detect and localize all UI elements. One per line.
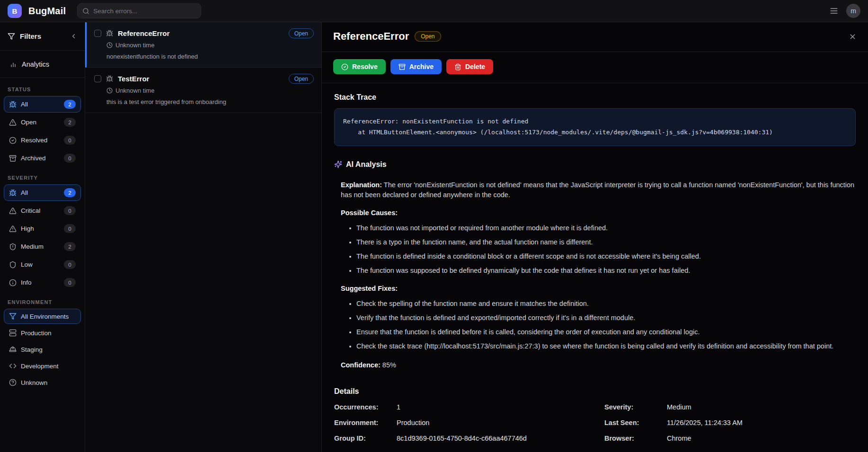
sidebar-item-analytics[interactable]: Analytics <box>0 51 85 78</box>
clock-icon <box>106 42 113 48</box>
ai-cause-item: There is a typo in the function name, an… <box>356 237 856 247</box>
delete-button[interactable]: Delete <box>446 59 493 74</box>
avatar[interactable]: m <box>846 4 860 18</box>
funnel-icon <box>8 33 15 40</box>
severity-info-count: 0 <box>64 278 76 287</box>
archive-button[interactable]: Archive <box>390 59 442 74</box>
info-circle-icon <box>9 279 17 287</box>
sidebar-item-env-staging[interactable]: Staging <box>4 342 81 357</box>
severity-critical-count: 0 <box>64 206 76 215</box>
archive-icon <box>9 155 17 162</box>
env-unknown-label: Unknown <box>21 379 47 386</box>
analytics-label: Analytics <box>22 61 49 68</box>
alert-triangle-icon <box>9 207 17 215</box>
severity-all-count: 2 <box>64 188 76 197</box>
severity-label: Severity: <box>604 403 667 411</box>
help-circle-icon <box>9 379 17 386</box>
env-all-label: All Environments <box>21 313 69 320</box>
ai-fix-item: Verify that the function is defined and … <box>356 313 856 323</box>
ai-cause-item: The function is defined inside a conditi… <box>356 252 856 261</box>
sidebar-item-env-unknown[interactable]: Unknown <box>4 375 81 390</box>
delete-label: Delete <box>465 63 485 70</box>
resolve-label: Resolve <box>352 63 378 70</box>
sidebar-item-severity-high[interactable]: High 0 <box>4 220 81 237</box>
severity-section-label: SEVERITY <box>0 175 85 181</box>
ai-confidence-value: 85% <box>382 361 396 369</box>
severity-high-label: High <box>21 225 34 232</box>
browser-label: Browser: <box>604 435 667 442</box>
sidebar-item-status-open[interactable]: Open 2 <box>4 114 81 130</box>
avatar-letter: m <box>850 7 856 15</box>
sidebar-item-status-resolved[interactable]: Resolved 0 <box>4 132 81 148</box>
sidebar-item-severity-low[interactable]: Low 0 <box>4 256 81 273</box>
detail-row-group-id: Group ID: 8c1d9369-0165-4750-8d4c-c66aa4… <box>334 435 585 442</box>
stack-trace-heading: Stack Trace <box>334 93 856 102</box>
environment-label: Environment: <box>334 419 397 426</box>
error-title: ReferenceError <box>118 29 169 37</box>
severity-critical-label: Critical <box>21 207 40 214</box>
ai-explanation: Explanation: The error 'nonExistentFunct… <box>341 180 856 200</box>
archive-label: Archive <box>409 63 434 70</box>
collapse-sidebar-button[interactable] <box>70 33 77 40</box>
detail-row-severity: Severity: Medium <box>604 403 856 411</box>
detail-row-occurrences: Occurrences: 1 <box>334 403 585 411</box>
alert-triangle-icon <box>9 225 17 233</box>
ai-cause-item: The function was not imported or require… <box>356 223 856 233</box>
sidebar-item-env-development[interactable]: Development <box>4 358 81 374</box>
error-checkbox[interactable] <box>94 75 101 82</box>
env-development-label: Development <box>21 363 59 370</box>
bug-icon <box>106 75 113 82</box>
shield-icon <box>9 261 17 269</box>
last-seen-label: Last Seen: <box>604 419 667 426</box>
archive-icon <box>399 63 406 70</box>
severity-medium-count: 2 <box>64 242 76 251</box>
error-checkbox[interactable] <box>94 30 101 37</box>
status-badge: Open <box>289 74 314 84</box>
ai-causes-list: The function was not imported or require… <box>356 223 856 276</box>
ai-causes-heading: Possible Causes: <box>341 208 856 218</box>
filters-sidebar: Filters Analytics STATUS All 2 Open 2 <box>0 22 85 452</box>
sidebar-item-severity-info[interactable]: Info 0 <box>4 274 81 291</box>
status-archived-count: 0 <box>64 154 76 163</box>
error-title: TestError <box>118 75 149 83</box>
sidebar-item-severity-all[interactable]: All 2 <box>4 184 81 201</box>
ai-fix-item: Ensure that the function is defined befo… <box>356 327 856 337</box>
hard-hat-icon <box>9 346 17 353</box>
menu-icon[interactable] <box>829 6 839 16</box>
sidebar-item-status-all[interactable]: All 2 <box>4 96 81 113</box>
ai-explanation-text: The error 'nonExistentFunction is not de… <box>341 181 854 199</box>
status-resolved-count: 0 <box>64 136 76 145</box>
ai-confidence: Confidence: 85% <box>341 360 856 370</box>
ai-fix-item: Check the spelling of the function name … <box>356 299 856 309</box>
status-badge: Open <box>289 28 314 38</box>
error-list-item-referenceerror[interactable]: ReferenceError Open Unknown time nonexis… <box>85 22 321 68</box>
sidebar-item-env-all[interactable]: All Environments <box>4 309 81 324</box>
severity-high-count: 0 <box>64 224 76 233</box>
alert-triangle-icon <box>9 119 17 126</box>
status-archived-label: Archived <box>21 155 46 162</box>
sidebar-item-env-production[interactable]: Production <box>4 325 81 340</box>
error-list: ReferenceError Open Unknown time nonexis… <box>85 22 322 452</box>
trash-icon <box>454 63 461 70</box>
sidebar-item-severity-critical[interactable]: Critical 0 <box>4 202 81 219</box>
severity-info-label: Info <box>21 279 32 286</box>
status-all-label: All <box>21 101 28 108</box>
sparkles-icon <box>334 160 342 168</box>
detail-status-badge: Open <box>415 31 441 42</box>
sidebar-item-severity-medium[interactable]: Medium 2 <box>4 238 81 255</box>
filters-title: Filters <box>20 32 41 40</box>
error-message: nonexistentfunction is not defined <box>106 53 314 60</box>
resolve-button[interactable]: Resolve <box>333 59 386 74</box>
sidebar-item-status-archived[interactable]: Archived 0 <box>4 150 81 166</box>
search-input[interactable] <box>93 8 196 15</box>
details-heading: Details <box>334 387 856 396</box>
error-time: Unknown time <box>115 87 154 94</box>
error-detail-panel: ReferenceError Open Resolve Archive <box>322 22 868 452</box>
severity-low-label: Low <box>21 261 33 268</box>
bar-chart-icon <box>9 61 17 68</box>
stack-trace-line: ReferenceError: nonExistentFunction is n… <box>343 116 847 127</box>
search-box[interactable] <box>77 3 201 18</box>
error-list-item-testerror[interactable]: TestError Open Unknown time this is a te… <box>85 68 321 113</box>
last-seen-value: 11/26/2025, 11:24:33 AM <box>667 419 743 426</box>
close-icon[interactable] <box>849 33 857 41</box>
